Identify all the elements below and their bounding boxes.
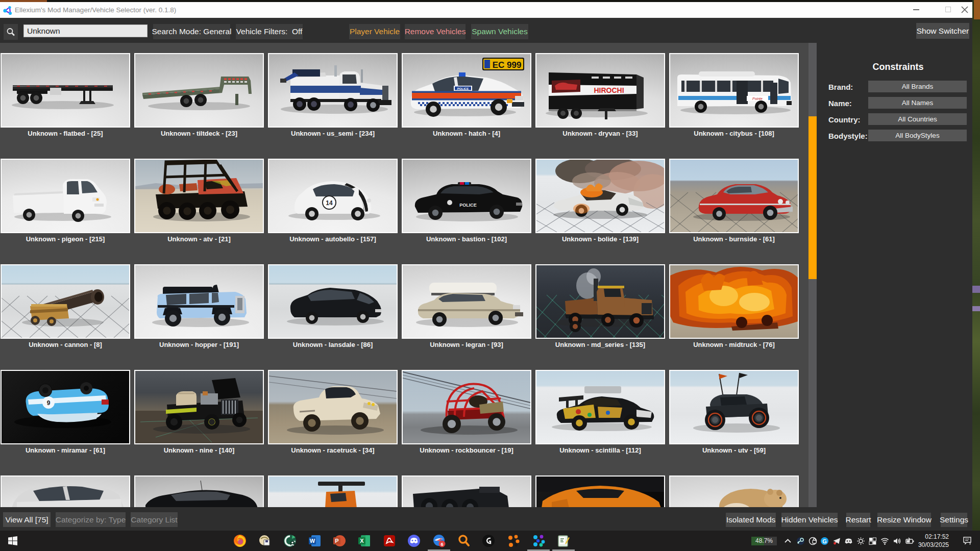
svg-text:EC 999: EC 999 — [493, 60, 522, 70]
svg-text:HIROCHI: HIROCHI — [594, 86, 624, 94]
svg-text:G: G — [822, 538, 827, 544]
svg-text:9: 9 — [47, 399, 51, 407]
svg-text:X: X — [360, 538, 364, 544]
svg-text:P: P — [335, 538, 338, 544]
svg-text:W: W — [310, 538, 315, 544]
svg-text:POLICE: POLICE — [457, 87, 469, 90]
svg-text:POLICE: POLICE — [459, 203, 477, 208]
svg-text:14: 14 — [326, 199, 333, 207]
svg-text:Pointe: Pointe — [752, 97, 763, 101]
svg-text:6: 6 — [440, 542, 443, 547]
